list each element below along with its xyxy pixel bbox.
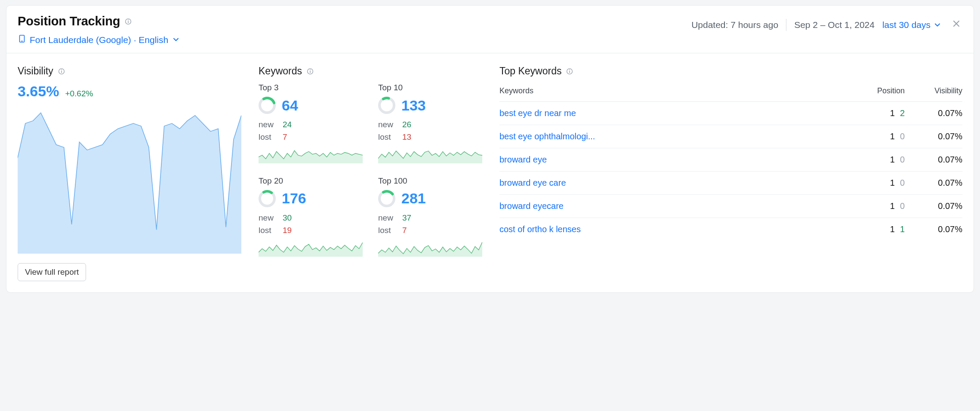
close-icon[interactable] bbox=[950, 18, 962, 32]
donut-icon bbox=[378, 190, 395, 207]
keyword-link[interactable]: best eye ophthalmologi... bbox=[499, 132, 864, 141]
donut-icon bbox=[259, 190, 276, 207]
page-title: Position Tracking bbox=[18, 14, 120, 28]
keyword-count: 64 bbox=[282, 97, 298, 114]
info-icon[interactable] bbox=[306, 67, 314, 75]
col-position: Position bbox=[868, 86, 907, 95]
info-icon[interactable] bbox=[124, 18, 132, 25]
visibility-value-row: 3.65% +0.62% bbox=[18, 83, 241, 100]
keyword-card-count-row: 133 bbox=[378, 97, 482, 114]
visibility-cell: 0.07% bbox=[911, 132, 962, 141]
keyword-lost-stat: lost7 bbox=[378, 224, 482, 236]
keyword-card: Top 10133new26lost13 bbox=[378, 83, 482, 163]
keyword-card: Top 364new24lost7 bbox=[259, 83, 363, 163]
title-row: Position Tracking bbox=[18, 14, 179, 28]
svg-point-10 bbox=[310, 69, 311, 70]
visibility-cell: 0.07% bbox=[911, 201, 962, 211]
table-row: best eye ophthalmologi...100.07% bbox=[499, 125, 962, 148]
svg-point-21 bbox=[569, 69, 570, 70]
section-title: Visibility bbox=[18, 65, 53, 77]
keyword-card-label: Top 100 bbox=[378, 176, 482, 186]
visibility-cell: 0.07% bbox=[911, 155, 962, 165]
visibility-cell: 0.07% bbox=[911, 178, 962, 188]
top-keywords-table: Keywords Position Visibility best eye dr… bbox=[499, 83, 962, 241]
table-header: Keywords Position Visibility bbox=[499, 83, 962, 102]
svg-rect-4 bbox=[21, 41, 23, 41]
keywords-section: Keywords Top 364new24lost7Top 10133new26… bbox=[259, 65, 482, 281]
svg-rect-20 bbox=[570, 71, 570, 73]
keyword-link[interactable]: broward eyecare bbox=[499, 201, 864, 211]
col-keywords: Keywords bbox=[499, 86, 864, 95]
chevron-down-icon bbox=[934, 21, 941, 28]
keyword-card-count-row: 281 bbox=[378, 190, 482, 207]
keyword-count: 176 bbox=[282, 190, 306, 207]
visibility-value: 3.65% bbox=[18, 83, 59, 100]
section-title-row: Keywords bbox=[259, 65, 482, 77]
table-row: broward eye care100.07% bbox=[499, 172, 962, 195]
keyword-lost-stat: lost7 bbox=[259, 131, 363, 143]
keyword-card-count-row: 64 bbox=[259, 97, 363, 114]
location-selector[interactable]: Fort Lauderdale (Google) · English bbox=[18, 34, 179, 53]
keyword-link[interactable]: broward eye bbox=[499, 155, 864, 165]
visibility-cell: 0.07% bbox=[911, 108, 962, 118]
keyword-link[interactable]: broward eye care bbox=[499, 178, 864, 188]
position-cell: 10 bbox=[868, 155, 907, 165]
svg-point-7 bbox=[61, 69, 62, 70]
keyword-lost-stat: lost19 bbox=[259, 224, 363, 236]
keyword-card-label: Top 20 bbox=[259, 176, 363, 186]
keyword-count: 133 bbox=[401, 97, 426, 114]
date-range: Sep 2 – Oct 1, 2024 bbox=[794, 20, 875, 30]
keyword-card: Top 20176new30lost19 bbox=[259, 176, 363, 257]
header-right: Updated: 7 hours ago Sep 2 – Oct 1, 2024… bbox=[691, 14, 962, 32]
position-cell: 11 bbox=[868, 224, 907, 234]
updated-text: Updated: 7 hours ago bbox=[691, 20, 778, 30]
position-cell: 12 bbox=[868, 108, 907, 118]
donut-icon bbox=[259, 97, 276, 114]
keyword-new-stat: new37 bbox=[378, 212, 482, 224]
sparkline-chart bbox=[378, 241, 482, 257]
svg-point-13 bbox=[379, 98, 394, 113]
svg-rect-1 bbox=[128, 21, 129, 23]
keyword-new-stat: new30 bbox=[259, 212, 363, 224]
table-row: broward eyecare100.07% bbox=[499, 195, 962, 218]
section-title-row: Visibility bbox=[18, 65, 241, 77]
keyword-card-count-row: 176 bbox=[259, 190, 363, 207]
svg-point-2 bbox=[128, 19, 129, 20]
divider bbox=[786, 19, 786, 31]
sparkline-chart bbox=[378, 148, 482, 163]
section-title-row: Top Keywords bbox=[499, 65, 962, 77]
keyword-lost-stat: lost13 bbox=[378, 131, 482, 143]
donut-icon bbox=[378, 97, 395, 114]
visibility-cell: 0.07% bbox=[911, 224, 962, 234]
keywords-grid: Top 364new24lost7Top 10133new26lost13Top… bbox=[259, 83, 482, 257]
section-title: Keywords bbox=[259, 65, 302, 77]
table-row: best eye dr near me120.07% bbox=[499, 102, 962, 125]
top-keywords-section: Top Keywords Keywords Position Visibilit… bbox=[499, 65, 962, 281]
keyword-card: Top 100281new37lost7 bbox=[378, 176, 482, 257]
table-row: cost of ortho k lenses110.07% bbox=[499, 218, 962, 241]
panel-header: Position Tracking Fort Lauderdale (Googl… bbox=[6, 6, 974, 53]
panel-body: Visibility 3.65% +0.62% View full report… bbox=[6, 53, 974, 292]
keyword-new-stat: new26 bbox=[378, 118, 482, 131]
table-row: broward eye100.07% bbox=[499, 148, 962, 172]
col-visibility: Visibility bbox=[911, 86, 962, 95]
position-cell: 10 bbox=[868, 132, 907, 141]
info-icon[interactable] bbox=[58, 67, 65, 75]
keyword-count: 281 bbox=[401, 190, 426, 207]
info-icon[interactable] bbox=[566, 67, 573, 75]
svg-rect-9 bbox=[310, 71, 311, 73]
visibility-chart bbox=[18, 107, 241, 254]
sparkline-chart bbox=[259, 148, 363, 163]
position-cell: 10 bbox=[868, 201, 907, 211]
header-left: Position Tracking Fort Lauderdale (Googl… bbox=[18, 14, 179, 53]
keyword-card-label: Top 3 bbox=[259, 83, 363, 92]
chevron-down-icon bbox=[173, 35, 179, 45]
visibility-delta: +0.62% bbox=[65, 89, 93, 98]
device-icon bbox=[18, 34, 26, 45]
period-label: last 30 days bbox=[882, 20, 931, 30]
keyword-link[interactable]: best eye dr near me bbox=[499, 108, 864, 118]
view-full-report-button[interactable]: View full report bbox=[18, 263, 86, 281]
keyword-link[interactable]: cost of ortho k lenses bbox=[499, 224, 864, 234]
period-selector[interactable]: last 30 days bbox=[882, 20, 941, 30]
visibility-section: Visibility 3.65% +0.62% View full report bbox=[18, 65, 241, 281]
